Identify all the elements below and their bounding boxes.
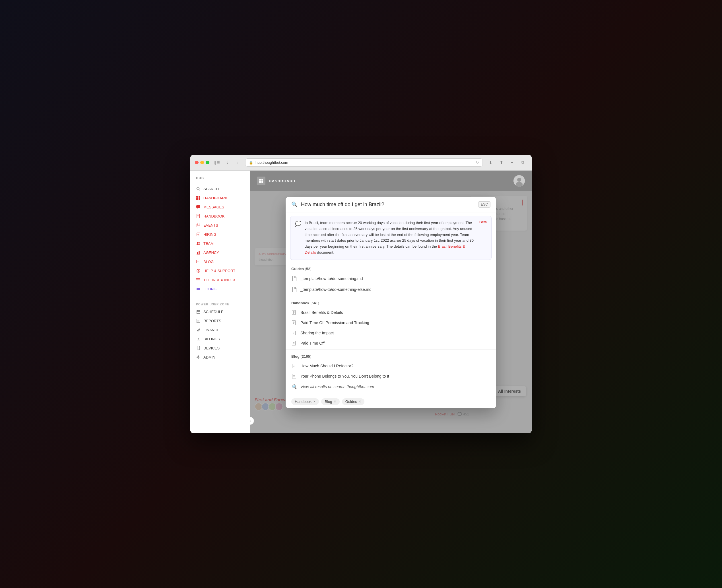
reload-icon[interactable]: ↻	[476, 160, 479, 165]
result-item[interactable]: Your Phone Belongs to You, You Don't Bel…	[286, 371, 496, 381]
app-layout: HUB SEARCH DASHBOARD MESSAGES	[190, 171, 532, 433]
sidebar-label: DEVICES	[203, 346, 220, 350]
result-text: Paid Time Off Permission and Tracking	[301, 320, 369, 325]
sidebar-item-finance[interactable]: FINANCE	[190, 325, 250, 334]
sidebar-item-messages[interactable]: MESSAGES	[190, 203, 250, 212]
user-avatar[interactable]	[514, 175, 525, 187]
search-overlay[interactable]: 🔍 ESC 💭 In Brazil, team members accrue 2…	[250, 191, 532, 433]
minimize-button[interactable]	[200, 161, 204, 164]
svg-rect-55	[262, 179, 263, 181]
sidebar-item-agency[interactable]: AGENCY	[190, 248, 250, 257]
dashboard-title: DASHBOARD	[269, 179, 295, 183]
result-item[interactable]: Paid Time Off	[286, 338, 496, 348]
close-button[interactable]	[195, 161, 199, 164]
browser-actions: ⬇ ⬆ + ⧉	[486, 159, 527, 167]
view-all-results[interactable]: 🔍 View all results on search.thoughtbot.…	[286, 381, 496, 392]
handbook-header: Handbook (541)	[291, 301, 491, 305]
result-item[interactable]: _template/how-to/do-something.md	[286, 273, 496, 284]
svg-point-48	[198, 349, 199, 350]
search-glass-icon: 🔍	[291, 201, 297, 208]
view-all-text: View all results on search.thoughtbot.co…	[301, 384, 374, 389]
result-item[interactable]: Brazil Benefits & Details	[286, 307, 496, 318]
sidebar-item-lounge[interactable]: LOUNGE	[190, 284, 250, 293]
result-text: Sharing the Impact	[301, 331, 334, 335]
sidebar-item-hiring[interactable]: HIRING	[190, 230, 250, 239]
new-tab-icon[interactable]: +	[508, 159, 516, 167]
sidebar-item-index[interactable]: THE INDEX INDEX	[190, 275, 250, 284]
sidebar-item-admin[interactable]: ADMIN	[190, 353, 250, 362]
sidebar-item-reports[interactable]: REPORTS	[190, 316, 250, 325]
doc-icon	[291, 276, 297, 281]
chip-remove-handbook[interactable]: ×	[313, 399, 315, 403]
sidebar-item-schedule[interactable]: SCHEDULE	[190, 307, 250, 316]
main-content: DASHBOARD	[250, 171, 532, 433]
sidebar-toggle-button[interactable]	[213, 159, 221, 167]
beta-badge[interactable]: Beta	[479, 220, 487, 256]
browser-chrome: ‹ › 🔒 hub.thoughtbot.com ↻ ⬇ ⬆ + ⧉	[190, 155, 532, 171]
result-item[interactable]: How Much Should I Refactor?	[286, 361, 496, 371]
svg-rect-33	[197, 311, 200, 314]
filter-chip-handbook[interactable]: Handbook ×	[291, 398, 319, 405]
sidebar-label: BILLINGS	[203, 337, 220, 341]
chip-label: Handbook	[295, 399, 311, 404]
result-item[interactable]: Paid Time Off Permission and Tracking	[286, 318, 496, 328]
sidebar-item-devices[interactable]: DEVICES	[190, 343, 250, 353]
sidebar-label: TEAM	[203, 241, 214, 246]
sidebar-item-help[interactable]: ? HELP & SUPPORT	[190, 266, 250, 275]
filter-chips: Handbook × Blog × Guides ×	[286, 395, 496, 408]
sidebar-item-billings[interactable]: BILLINGS	[190, 334, 250, 343]
svg-point-49	[198, 357, 199, 358]
svg-rect-2	[217, 162, 220, 163]
search-input[interactable]	[301, 202, 475, 208]
esc-badge[interactable]: ESC	[478, 201, 491, 208]
back-button[interactable]: ‹	[223, 159, 231, 167]
hub-title: HUB	[190, 176, 250, 184]
sidebar-item-handbook[interactable]: HANDBOOK	[190, 212, 250, 220]
devices-icon	[196, 346, 201, 350]
lounge-icon	[196, 287, 201, 291]
chip-remove-blog[interactable]: ×	[334, 399, 336, 403]
sidebar-item-blog[interactable]: BLOG	[190, 257, 250, 266]
index-icon	[196, 277, 201, 282]
chip-label: Blog	[325, 399, 332, 404]
svg-rect-9	[199, 198, 200, 200]
svg-point-60	[516, 182, 522, 187]
blog-icon	[196, 259, 201, 264]
brazil-benefits-link[interactable]: Brazil Benefits & Details	[305, 244, 465, 254]
power-zone-title: POWER USER ZONE	[190, 300, 250, 307]
svg-text:?: ?	[198, 270, 199, 272]
section-divider	[286, 296, 496, 296]
maximize-button[interactable]	[206, 161, 209, 164]
share-icon[interactable]: ⬆	[497, 159, 506, 167]
sidebar-item-dashboard[interactable]: DASHBOARD	[190, 193, 250, 203]
sidebar-label: MESSAGES	[203, 205, 224, 209]
admin-icon	[196, 355, 201, 359]
lock-icon: 🔒	[249, 161, 253, 165]
result-text: Your Phone Belongs to You, You Don't Bel…	[301, 374, 389, 378]
chip-remove-guides[interactable]: ×	[359, 399, 361, 403]
agency-icon	[196, 250, 201, 255]
sidebar-divider	[190, 297, 250, 297]
address-bar[interactable]: 🔒 hub.thoughtbot.com ↻	[245, 159, 483, 167]
search-small-icon: 🔍	[291, 384, 297, 390]
sidebar-item-search[interactable]: SEARCH	[190, 184, 250, 193]
download-icon[interactable]: ⬇	[486, 159, 495, 167]
reports-icon	[196, 318, 201, 323]
sidebar-item-team[interactable]: TEAM	[190, 239, 250, 248]
forward-button[interactable]: ›	[233, 159, 242, 167]
svg-rect-8	[196, 198, 198, 200]
guides-header: Guides (52)	[291, 267, 491, 271]
chip-label: Guides	[345, 399, 357, 404]
blog-section: Blog (2165)	[286, 351, 496, 361]
sidebar-label: SEARCH	[203, 187, 219, 191]
svg-rect-56	[259, 181, 261, 183]
sidebar-item-events[interactable]: EVENTS	[190, 220, 250, 230]
result-item[interactable]: Sharing the Impact	[286, 328, 496, 338]
filter-chip-blog[interactable]: Blog ×	[321, 398, 339, 405]
messages-icon	[196, 205, 201, 209]
svg-rect-15	[197, 224, 200, 227]
svg-rect-1	[217, 161, 220, 162]
filter-chip-guides[interactable]: Guides ×	[342, 398, 365, 405]
tabs-icon[interactable]: ⧉	[519, 159, 527, 167]
result-item[interactable]: _template/how-to/do-something-else.md	[286, 284, 496, 295]
